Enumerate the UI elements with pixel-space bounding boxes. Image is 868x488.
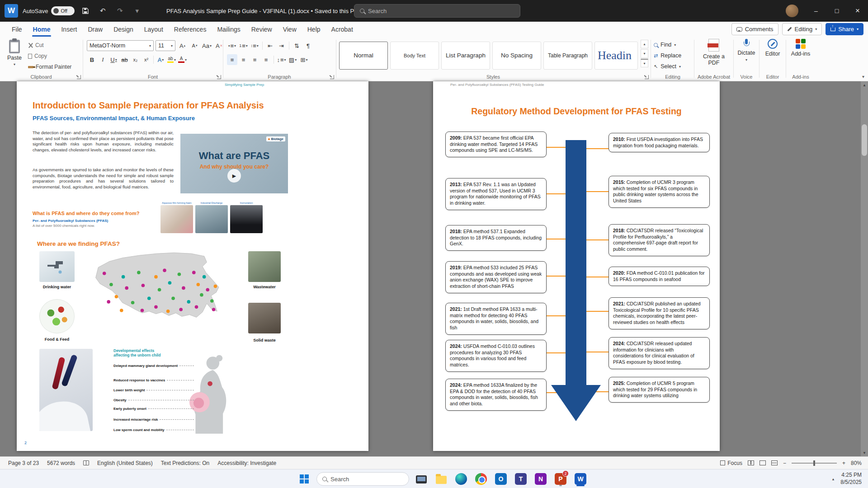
addins-button[interactable]: Add-ins	[787, 39, 815, 57]
change-case-button[interactable]: Aa▾	[202, 40, 212, 51]
onenote-icon[interactable]: N	[533, 471, 548, 487]
styles-scroll-down-button[interactable]: ▾	[641, 49, 648, 58]
proofing-icon[interactable]	[83, 460, 89, 465]
strikethrough-button[interactable]: ab	[119, 54, 130, 65]
zoom-in-button[interactable]: +	[842, 460, 845, 466]
bold-button[interactable]: B	[87, 54, 97, 65]
style-table-paragraph[interactable]: Table Paragraph	[543, 42, 592, 70]
redo-button[interactable]: ↷	[113, 5, 126, 17]
clipboard-dialog-launcher[interactable]	[77, 75, 81, 79]
find-button[interactable]: Find ▾	[654, 40, 681, 50]
replace-button[interactable]: ⇄ Replace	[654, 51, 681, 61]
underline-button[interactable]: U▾	[108, 54, 119, 65]
tab-references[interactable]: References	[169, 22, 212, 37]
document-page-right[interactable]: Per- and Polyfluoroalkyl Substances (PFA…	[433, 81, 720, 451]
tab-layout[interactable]: Layout	[139, 22, 169, 37]
start-button[interactable]	[297, 471, 312, 487]
focus-button[interactable]: Focus	[720, 460, 742, 466]
style-body-text[interactable]: Body Text	[390, 42, 439, 70]
style-heading-1[interactable]: Headin	[594, 42, 638, 70]
font-size-select[interactable]: 11 ▾	[156, 40, 175, 51]
outlook-icon[interactable]: O	[493, 471, 509, 487]
justify-button[interactable]: ≡	[261, 54, 271, 65]
maximize-button[interactable]: □	[826, 0, 847, 22]
share-button[interactable]: Share ▾	[826, 23, 863, 35]
document-canvas[interactable]: Simplifying Sample Prep Introduction to …	[0, 81, 868, 456]
chrome-icon[interactable]	[473, 471, 489, 487]
word-count[interactable]: 5672 words	[47, 460, 75, 466]
styles-more-button[interactable]: ▾	[641, 59, 648, 67]
tab-home[interactable]: Home	[28, 22, 56, 37]
line-spacing-button[interactable]: ↕≡▾	[276, 54, 287, 65]
zoom-out-button[interactable]: −	[783, 460, 786, 466]
undo-button[interactable]: ↶	[96, 5, 109, 17]
multilevel-list-button[interactable]: ⁝≡▾	[250, 40, 260, 51]
align-right-button[interactable]: ≡	[250, 54, 260, 65]
sort-button[interactable]: ⇅	[292, 40, 302, 51]
tab-help[interactable]: Help	[302, 22, 326, 37]
shrink-font-button[interactable]: A▾	[189, 40, 200, 51]
play-button[interactable]: ▶	[227, 169, 241, 183]
cut-button[interactable]: Cut	[28, 41, 71, 50]
minimize-button[interactable]: –	[806, 0, 826, 22]
collapse-ribbon-button[interactable]: ▾	[862, 74, 864, 79]
desktop-app-icon[interactable]	[414, 471, 429, 487]
tab-mailings[interactable]: Mailings	[212, 22, 245, 37]
editing-mode-button[interactable]: Editing ▾	[782, 23, 822, 35]
font-color-button[interactable]: A ▾	[177, 54, 188, 65]
style-no-spacing[interactable]: No Spacing	[492, 42, 541, 70]
font-dialog-launcher[interactable]	[217, 75, 221, 79]
taskbar-clock[interactable]: 4:25 PM 8/5/2025	[840, 472, 862, 486]
styles-scroll-up-button[interactable]: ▴	[641, 40, 648, 48]
comments-button[interactable]: Comments	[731, 23, 778, 35]
vertical-scrollbar[interactable]: ▲ ▼	[861, 81, 868, 456]
align-left-button[interactable]: ≡	[227, 54, 237, 65]
style-normal[interactable]: Normal	[339, 42, 388, 70]
web-layout-button[interactable]	[771, 460, 778, 465]
read-mode-button[interactable]	[748, 460, 754, 465]
paste-button[interactable]: Paste ▾	[4, 40, 25, 73]
show-formatting-button[interactable]: ¶	[303, 40, 313, 51]
scrollbar-thumb[interactable]	[862, 124, 867, 156]
zoom-level[interactable]: 80%	[851, 460, 862, 466]
bullets-button[interactable]: •≡▾	[227, 40, 237, 51]
powerpoint-icon[interactable]: P 2	[553, 471, 568, 487]
user-avatar[interactable]	[786, 5, 798, 17]
italic-button[interactable]: I	[98, 54, 108, 65]
select-button[interactable]: ↖ Select ▾	[654, 61, 681, 71]
tab-acrobat[interactable]: Acrobat	[326, 22, 359, 37]
accessibility-indicator[interactable]: Accessibility: Investigate	[217, 460, 276, 466]
tab-file[interactable]: File	[6, 22, 28, 37]
autosave-control[interactable]: AutoSave Off	[23, 6, 75, 15]
paragraph-dialog-launcher[interactable]	[330, 75, 334, 79]
tab-draw[interactable]: Draw	[82, 22, 108, 37]
superscript-button[interactable]: x²	[141, 54, 151, 65]
style-list-paragraph[interactable]: List Paragraph	[441, 42, 490, 70]
embedded-video-thumbnail[interactable]: Biotage What are PFAS And why should you…	[180, 134, 288, 193]
teams-icon[interactable]: T	[513, 471, 528, 487]
shading-button[interactable]: ▨▾	[288, 54, 298, 65]
zoom-slider-thumb[interactable]	[813, 460, 815, 466]
scroll-down-button[interactable]: ▼	[861, 449, 868, 456]
autosave-toggle[interactable]: Off	[51, 6, 75, 15]
subscript-button[interactable]: x₂	[130, 54, 141, 65]
page-indicator[interactable]: Page 3 of 23	[8, 460, 39, 466]
edge-icon[interactable]	[453, 471, 469, 487]
language-indicator[interactable]: English (United States)	[97, 460, 153, 466]
styles-dialog-launcher[interactable]	[645, 75, 649, 79]
font-name-select[interactable]: MetaOT-Norm ▾	[87, 40, 154, 51]
document-page-left[interactable]: Simplifying Sample Prep Introduction to …	[17, 81, 368, 451]
align-center-button[interactable]: ≡	[238, 54, 249, 65]
document-title[interactable]: PFAS Analysis Sample Prep Guide - V3FINA…	[166, 0, 363, 22]
format-painter-button[interactable]: Format Painter	[28, 62, 71, 71]
zoom-slider[interactable]	[792, 463, 837, 464]
grow-font-button[interactable]: A▴	[177, 40, 188, 51]
highlight-color-button[interactable]: ab ▾	[166, 54, 177, 65]
borders-button[interactable]: ⊞▾	[299, 54, 309, 65]
quick-access-menu-button[interactable]: ▾	[131, 5, 143, 17]
create-pdf-button[interactable]: Create a PDF	[695, 39, 733, 66]
titlebar-search[interactable]: Search	[354, 4, 520, 18]
word-logo-icon[interactable]: W	[5, 4, 18, 18]
tab-design[interactable]: Design	[108, 22, 139, 37]
text-effects-button[interactable]: A▾	[156, 54, 166, 65]
